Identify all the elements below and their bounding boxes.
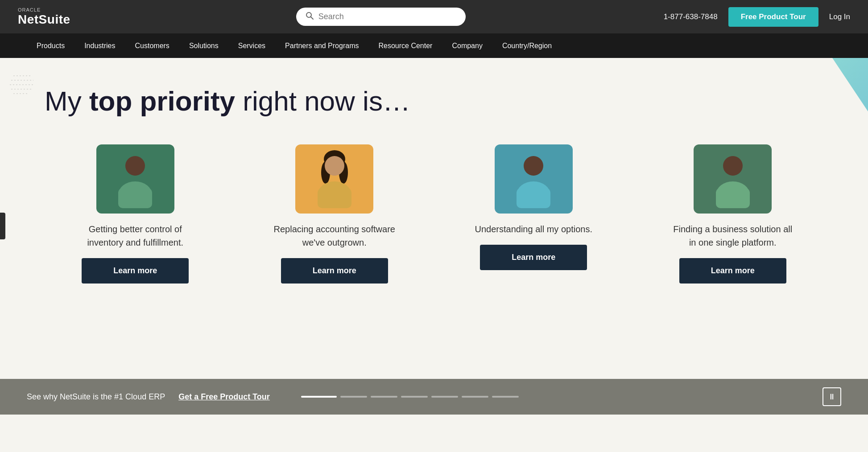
card-4: Finding a business solution all in one s… xyxy=(642,144,824,284)
card-2: Replacing accounting software we've outg… xyxy=(244,144,426,284)
progress-bar-5[interactable] xyxy=(431,396,458,398)
svg-point-7 xyxy=(125,156,145,176)
nav-item-country[interactable]: Country/Region xyxy=(492,33,562,58)
decoration-tr xyxy=(832,58,868,111)
hero-section: My top priority right now is… Getting be… xyxy=(0,58,868,379)
nav-item-solutions[interactable]: Solutions xyxy=(179,33,228,58)
progress-bar-3[interactable] xyxy=(371,396,397,398)
card-text-4: Finding a business solution all in one s… xyxy=(670,222,795,249)
person-icon-4 xyxy=(706,150,760,208)
learn-more-btn-2[interactable]: Learn more xyxy=(281,258,388,284)
person-icon-3 xyxy=(507,150,560,208)
banner-link[interactable]: Get a Free Product Tour xyxy=(178,392,270,402)
svg-point-20 xyxy=(723,156,743,176)
card-avatar-1 xyxy=(96,144,174,214)
nav-item-partners[interactable]: Partners and Programs xyxy=(275,33,368,58)
svg-rect-16 xyxy=(318,188,351,208)
bottom-banner: See why NetSuite is the #1 Cloud ERP Get… xyxy=(0,379,868,415)
card-text-3: Understanding all my options. xyxy=(475,222,592,236)
progress-area xyxy=(301,396,800,398)
svg-rect-9 xyxy=(118,188,152,208)
svg-line-1 xyxy=(310,17,313,20)
card-1: Getting better control of inventory and … xyxy=(45,144,226,284)
progress-bar-4[interactable] xyxy=(401,396,428,398)
learn-more-btn-1[interactable]: Learn more xyxy=(82,258,189,284)
svg-point-17 xyxy=(524,156,543,176)
card-text-1: Getting better control of inventory and … xyxy=(73,222,198,249)
cards-row: Getting better control of inventory and … xyxy=(45,144,823,284)
top-bar-center xyxy=(107,8,655,26)
decoration-tl xyxy=(9,67,45,103)
svg-rect-22 xyxy=(716,188,750,208)
person-icon-2 xyxy=(308,150,361,208)
progress-bar-1[interactable] xyxy=(301,396,337,398)
nav-item-industries[interactable]: Industries xyxy=(74,33,125,58)
card-3: Understanding all my options. Learn more xyxy=(443,144,624,284)
phone-number: 1-877-638-7848 xyxy=(664,12,718,21)
svg-point-14 xyxy=(325,156,344,176)
pause-button[interactable]: ⏸ xyxy=(823,387,841,406)
side-tab[interactable] xyxy=(0,213,5,239)
top-bar-right: 1-877-638-7848 Free Product Tour Log In xyxy=(664,7,850,27)
person-icon-1 xyxy=(108,150,162,208)
nav-item-customers[interactable]: Customers xyxy=(125,33,179,58)
nav-item-services[interactable]: Services xyxy=(228,33,275,58)
nav-bar: Products Industries Customers Solutions … xyxy=(0,33,868,58)
hero-title: My top priority right now is… xyxy=(45,85,823,118)
card-avatar-4 xyxy=(694,144,772,214)
nav-item-products[interactable]: Products xyxy=(27,33,74,58)
netsuite-logo: NetSuite xyxy=(18,12,98,27)
card-avatar-2 xyxy=(295,144,373,214)
search-input[interactable] xyxy=(318,12,457,21)
oracle-label: ORACLE xyxy=(18,7,98,12)
logo-area: ORACLE NetSuite xyxy=(18,7,98,27)
progress-bar-6[interactable] xyxy=(462,396,488,398)
learn-more-btn-4[interactable]: Learn more xyxy=(679,258,786,284)
top-bar: ORACLE NetSuite 1-877-638-7848 Free Prod… xyxy=(0,0,868,33)
card-avatar-3 xyxy=(495,144,573,214)
banner-text: See why NetSuite is the #1 Cloud ERP xyxy=(27,392,165,402)
card-text-2: Replacing accounting software we've outg… xyxy=(272,222,397,249)
search-box[interactable] xyxy=(296,8,466,26)
learn-more-btn-3[interactable]: Learn more xyxy=(480,245,587,270)
nav-item-resource[interactable]: Resource Center xyxy=(368,33,442,58)
progress-bar-2[interactable] xyxy=(340,396,367,398)
search-icon xyxy=(305,11,314,22)
svg-rect-19 xyxy=(517,188,550,208)
nav-item-company[interactable]: Company xyxy=(442,33,492,58)
progress-bar-7[interactable] xyxy=(492,396,519,398)
free-tour-button[interactable]: Free Product Tour xyxy=(728,7,818,27)
login-button[interactable]: Log In xyxy=(829,12,850,21)
